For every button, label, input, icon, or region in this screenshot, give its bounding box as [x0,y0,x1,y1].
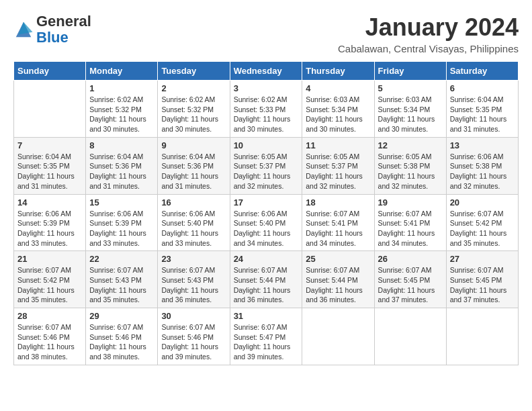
table-row: 1Sunrise: 6:02 AMSunset: 5:32 PMDaylight… [86,81,158,138]
header-wednesday: Wednesday [230,62,302,81]
day-info: Sunrise: 6:07 AMSunset: 5:44 PMDaylight:… [306,266,363,304]
day-info: Sunrise: 6:05 AMSunset: 5:37 PMDaylight:… [306,152,363,190]
logo-general: General [36,13,91,30]
day-number: 28 [17,311,82,321]
table-row: 16Sunrise: 6:06 AMSunset: 5:40 PMDayligh… [158,194,230,251]
day-info: Sunrise: 6:07 AMSunset: 5:41 PMDaylight:… [306,210,363,247]
calendar-week-row: 7Sunrise: 6:04 AMSunset: 5:35 PMDaylight… [14,137,519,194]
day-number: 17 [234,197,299,208]
month-title: January 2024 [338,13,519,42]
table-row: 5Sunrise: 6:03 AMSunset: 5:34 PMDaylight… [374,81,446,138]
header-sunday: Sunday [14,62,86,81]
header-thursday: Thursday [302,62,374,81]
day-info: Sunrise: 6:03 AMSunset: 5:34 PMDaylight:… [306,95,363,133]
day-info: Sunrise: 6:06 AMSunset: 5:40 PMDaylight:… [161,210,218,247]
day-info: Sunrise: 6:07 AMSunset: 5:46 PMDaylight:… [89,323,146,361]
table-row: 23Sunrise: 6:07 AMSunset: 5:43 PMDayligh… [158,251,230,308]
table-row: 26Sunrise: 6:07 AMSunset: 5:45 PMDayligh… [374,251,446,308]
day-info: Sunrise: 6:02 AMSunset: 5:32 PMDaylight:… [161,95,218,133]
table-row [302,308,374,365]
table-row: 11Sunrise: 6:05 AMSunset: 5:37 PMDayligh… [302,137,374,194]
weekday-header-row: Sunday Monday Tuesday Wednesday Thursday… [14,62,519,81]
day-number: 12 [378,140,443,150]
day-info: Sunrise: 6:06 AMSunset: 5:38 PMDaylight:… [450,152,507,190]
table-row [374,308,446,365]
day-number: 3 [234,83,299,93]
table-row: 13Sunrise: 6:06 AMSunset: 5:38 PMDayligh… [446,137,518,194]
day-number: 24 [234,254,299,264]
day-number: 9 [161,140,226,150]
day-number: 5 [378,83,443,93]
table-row: 15Sunrise: 6:06 AMSunset: 5:39 PMDayligh… [86,194,158,251]
day-info: Sunrise: 6:04 AMSunset: 5:36 PMDaylight:… [161,152,218,190]
day-number: 4 [306,83,370,93]
day-number: 23 [161,254,226,264]
day-number: 11 [306,140,370,150]
table-row: 4Sunrise: 6:03 AMSunset: 5:34 PMDaylight… [302,81,374,138]
table-row: 17Sunrise: 6:06 AMSunset: 5:40 PMDayligh… [230,194,302,251]
table-row: 3Sunrise: 6:02 AMSunset: 5:33 PMDaylight… [230,81,302,138]
table-row: 8Sunrise: 6:04 AMSunset: 5:36 PMDaylight… [86,137,158,194]
day-number: 2 [161,83,226,93]
day-info: Sunrise: 6:04 AMSunset: 5:35 PMDaylight:… [17,152,75,190]
header-saturday: Saturday [446,62,518,81]
day-number: 26 [378,254,443,264]
calendar-week-row: 21Sunrise: 6:07 AMSunset: 5:42 PMDayligh… [14,251,519,308]
day-number: 20 [450,197,515,208]
logo: General Blue [13,13,91,46]
day-info: Sunrise: 6:07 AMSunset: 5:43 PMDaylight:… [161,266,218,304]
day-number: 7 [17,140,82,150]
day-info: Sunrise: 6:06 AMSunset: 5:39 PMDaylight:… [89,210,146,247]
day-number: 27 [450,254,515,264]
table-row: 12Sunrise: 6:05 AMSunset: 5:38 PMDayligh… [374,137,446,194]
day-number: 1 [89,83,154,93]
day-info: Sunrise: 6:07 AMSunset: 5:42 PMDaylight:… [450,210,507,247]
header: General Blue January 2024 Cabalawan, Cen… [13,13,519,54]
table-row: 31Sunrise: 6:07 AMSunset: 5:47 PMDayligh… [230,308,302,365]
table-row: 22Sunrise: 6:07 AMSunset: 5:43 PMDayligh… [86,251,158,308]
day-number: 21 [17,254,82,264]
table-row: 6Sunrise: 6:04 AMSunset: 5:35 PMDaylight… [446,81,518,138]
logo-blue: Blue [36,29,69,46]
day-info: Sunrise: 6:03 AMSunset: 5:34 PMDaylight:… [378,95,435,133]
table-row: 30Sunrise: 6:07 AMSunset: 5:46 PMDayligh… [158,308,230,365]
day-number: 25 [306,254,370,264]
table-row: 18Sunrise: 6:07 AMSunset: 5:41 PMDayligh… [302,194,374,251]
day-info: Sunrise: 6:07 AMSunset: 5:45 PMDaylight:… [378,266,435,304]
logo-text: General Blue [36,13,91,46]
day-number: 31 [234,311,299,321]
day-info: Sunrise: 6:07 AMSunset: 5:46 PMDaylight:… [161,323,218,361]
day-info: Sunrise: 6:06 AMSunset: 5:40 PMDaylight:… [234,210,291,247]
table-row: 19Sunrise: 6:07 AMSunset: 5:41 PMDayligh… [374,194,446,251]
table-row: 2Sunrise: 6:02 AMSunset: 5:32 PMDaylight… [158,81,230,138]
day-number: 14 [17,197,82,208]
table-row: 14Sunrise: 6:06 AMSunset: 5:39 PMDayligh… [14,194,86,251]
day-info: Sunrise: 6:02 AMSunset: 5:32 PMDaylight:… [89,95,146,133]
title-block: January 2024 Cabalawan, Central Visayas,… [338,13,519,54]
table-row: 25Sunrise: 6:07 AMSunset: 5:44 PMDayligh… [302,251,374,308]
table-row: 9Sunrise: 6:04 AMSunset: 5:36 PMDaylight… [158,137,230,194]
table-row: 29Sunrise: 6:07 AMSunset: 5:46 PMDayligh… [86,308,158,365]
day-number: 30 [161,311,226,321]
day-info: Sunrise: 6:07 AMSunset: 5:47 PMDaylight:… [234,323,291,361]
day-info: Sunrise: 6:07 AMSunset: 5:44 PMDaylight:… [234,266,291,304]
table-row: 21Sunrise: 6:07 AMSunset: 5:42 PMDayligh… [14,251,86,308]
table-row: 20Sunrise: 6:07 AMSunset: 5:42 PMDayligh… [446,194,518,251]
day-info: Sunrise: 6:04 AMSunset: 5:36 PMDaylight:… [89,152,146,190]
table-row: 7Sunrise: 6:04 AMSunset: 5:35 PMDaylight… [14,137,86,194]
location-subtitle: Cabalawan, Central Visayas, Philippines [338,43,519,54]
day-number: 15 [89,197,154,208]
day-number: 16 [161,197,226,208]
header-monday: Monday [86,62,158,81]
day-number: 18 [306,197,370,208]
day-number: 10 [234,140,299,150]
table-row: 27Sunrise: 6:07 AMSunset: 5:45 PMDayligh… [446,251,518,308]
day-info: Sunrise: 6:07 AMSunset: 5:45 PMDaylight:… [450,266,507,304]
day-number: 13 [450,140,515,150]
table-row [14,81,86,138]
day-info: Sunrise: 6:07 AMSunset: 5:43 PMDaylight:… [89,266,146,304]
day-number: 8 [89,140,154,150]
calendar-week-row: 1Sunrise: 6:02 AMSunset: 5:32 PMDaylight… [14,81,519,138]
day-number: 6 [450,83,515,93]
day-info: Sunrise: 6:02 AMSunset: 5:33 PMDaylight:… [234,95,291,133]
